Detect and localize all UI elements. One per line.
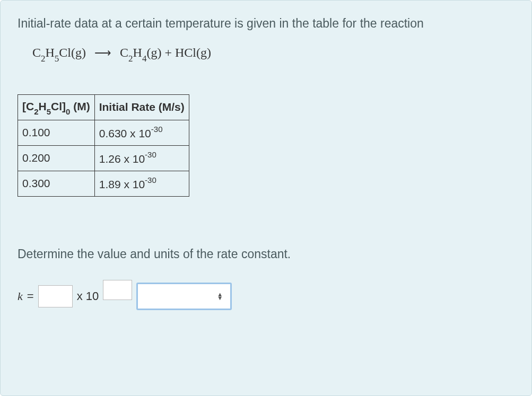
question-text: Determine the value and units of the rat…	[18, 247, 514, 261]
th-text: (M)	[70, 100, 90, 112]
intro-text: Initial-rate data at a certain temperatu…	[18, 16, 514, 31]
rate-exp: -30	[151, 125, 163, 134]
eq-text: Cl(g)	[59, 46, 86, 59]
arrow-icon: ⟶	[94, 46, 111, 59]
eq-text: C	[120, 46, 128, 59]
times-ten-text: x 10	[77, 289, 99, 303]
cell-conc: 0.200	[18, 145, 95, 171]
units-select[interactable]: ▲ ▼	[136, 283, 232, 310]
eq-sub: 4	[142, 54, 147, 64]
rate-coef: 1.26 x 10	[99, 153, 145, 165]
problem-container: Initial-rate data at a certain temperatu…	[0, 0, 532, 396]
header-concentration: [C2H5Cl]0 (M)	[18, 94, 95, 120]
reaction-equation: C2H5Cl(g) ⟶ C2H4(g) + HCl(g)	[32, 46, 514, 63]
th-sub: 5	[47, 107, 51, 116]
eq-text: H	[133, 46, 142, 59]
coefficient-input[interactable]	[38, 285, 73, 307]
th-text: H	[39, 100, 47, 112]
answer-row: k = x 10 ▲ ▼	[18, 283, 514, 310]
table-row: 0.300 1.89 x 10-30	[18, 171, 189, 196]
rate-exp: -30	[145, 175, 156, 184]
exponent-input[interactable]	[103, 280, 132, 300]
cell-conc: 0.100	[18, 120, 95, 145]
eq-text: C	[32, 46, 41, 59]
chevron-updown-icon: ▲ ▼	[217, 293, 223, 300]
th-text: [C	[22, 100, 34, 112]
eq-text: (g)	[146, 46, 161, 59]
table-row: 0.200 1.26 x 10-30	[18, 145, 189, 171]
th-text: Cl]	[51, 100, 66, 112]
th-sub: 0	[66, 107, 70, 116]
eq-sub: 2	[128, 54, 133, 64]
cell-rate: 0.630 x 10-30	[94, 120, 189, 145]
table-header-row: [C2H5Cl]0 (M) Initial Rate (M/s)	[18, 94, 189, 120]
eq-text: +	[161, 46, 175, 59]
eq-text: H	[46, 46, 55, 59]
rate-exp: -30	[145, 150, 156, 159]
eq-sub: 2	[41, 54, 46, 64]
eq-text: HCl(g)	[175, 46, 211, 59]
equals-text: =	[27, 289, 34, 303]
rate-coef: 1.89 x 10	[99, 178, 145, 190]
th-sub: 2	[34, 107, 38, 116]
rate-coef: 0.630 x 10	[99, 127, 151, 139]
header-rate: Initial Rate (M/s)	[94, 94, 189, 120]
table-row: 0.100 0.630 x 10-30	[18, 120, 189, 145]
cell-rate: 1.26 x 10-30	[94, 145, 189, 171]
cell-conc: 0.300	[18, 171, 95, 196]
cell-rate: 1.89 x 10-30	[94, 171, 189, 196]
eq-sub: 5	[55, 54, 59, 64]
k-label: k	[18, 289, 23, 303]
rate-data-table: [C2H5Cl]0 (M) Initial Rate (M/s) 0.100 0…	[18, 94, 189, 197]
